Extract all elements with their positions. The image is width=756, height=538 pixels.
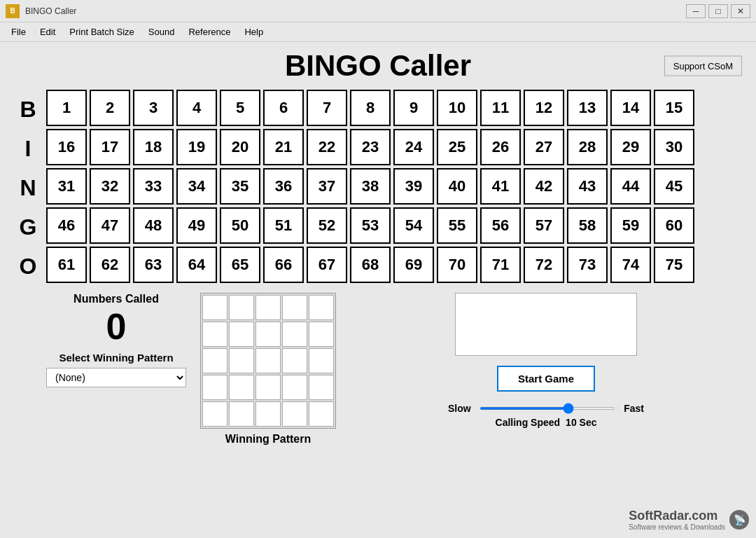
- bingo-cell-29[interactable]: 29: [610, 129, 651, 165]
- bingo-cell-25[interactable]: 25: [437, 129, 477, 165]
- bingo-cell-47[interactable]: 47: [90, 207, 130, 244]
- pattern-cell-17[interactable]: [255, 375, 281, 400]
- bingo-cell-73[interactable]: 73: [567, 247, 608, 283]
- bingo-cell-59[interactable]: 59: [610, 207, 651, 244]
- bingo-cell-40[interactable]: 40: [437, 168, 477, 205]
- bingo-cell-55[interactable]: 55: [437, 207, 477, 244]
- bingo-cell-66[interactable]: 66: [263, 247, 304, 283]
- bingo-cell-68[interactable]: 68: [350, 247, 391, 283]
- bingo-cell-74[interactable]: 74: [610, 247, 651, 283]
- speed-slider[interactable]: [479, 407, 616, 410]
- pattern-cell-7[interactable]: [255, 322, 281, 347]
- pattern-cell-9[interactable]: [309, 322, 334, 347]
- pattern-cell-6[interactable]: [229, 322, 254, 347]
- bingo-cell-13[interactable]: 13: [567, 90, 608, 126]
- pattern-cell-1[interactable]: [229, 295, 254, 320]
- start-game-button[interactable]: Start Game: [497, 366, 595, 392]
- pattern-cell-18[interactable]: [282, 375, 307, 400]
- bingo-cell-10[interactable]: 10: [437, 90, 477, 126]
- bingo-cell-23[interactable]: 23: [350, 129, 391, 165]
- support-button[interactable]: Support CSoM: [664, 56, 742, 76]
- bingo-cell-49[interactable]: 49: [176, 207, 217, 244]
- bingo-cell-71[interactable]: 71: [480, 247, 521, 283]
- bingo-cell-75[interactable]: 75: [654, 247, 694, 283]
- pattern-cell-22[interactable]: [255, 401, 281, 427]
- bingo-cell-53[interactable]: 53: [350, 207, 391, 244]
- bingo-cell-34[interactable]: 34: [176, 168, 217, 205]
- bingo-cell-1[interactable]: 1: [46, 90, 87, 126]
- close-button[interactable]: ✕: [731, 4, 750, 18]
- bingo-cell-22[interactable]: 22: [307, 129, 347, 165]
- bingo-cell-52[interactable]: 52: [307, 207, 347, 244]
- bingo-cell-58[interactable]: 58: [567, 207, 608, 244]
- bingo-cell-46[interactable]: 46: [46, 207, 87, 244]
- bingo-cell-27[interactable]: 27: [524, 129, 564, 165]
- bingo-cell-37[interactable]: 37: [307, 168, 347, 205]
- pattern-cell-24[interactable]: [309, 401, 334, 427]
- pattern-cell-19[interactable]: [309, 375, 334, 400]
- pattern-cell-20[interactable]: [202, 401, 227, 427]
- bingo-cell-42[interactable]: 42: [524, 168, 564, 205]
- bingo-cell-15[interactable]: 15: [654, 90, 694, 126]
- bingo-cell-44[interactable]: 44: [610, 168, 651, 205]
- bingo-cell-11[interactable]: 11: [480, 90, 521, 126]
- bingo-cell-12[interactable]: 12: [524, 90, 564, 126]
- bingo-cell-45[interactable]: 45: [654, 168, 694, 205]
- bingo-cell-63[interactable]: 63: [133, 247, 174, 283]
- pattern-cell-14[interactable]: [309, 348, 334, 373]
- bingo-cell-31[interactable]: 31: [46, 168, 87, 205]
- bingo-cell-39[interactable]: 39: [393, 168, 434, 205]
- pattern-cell-12[interactable]: [255, 348, 281, 373]
- bingo-cell-8[interactable]: 8: [350, 90, 391, 126]
- menu-reference[interactable]: Reference: [183, 24, 236, 40]
- bingo-cell-70[interactable]: 70: [437, 247, 477, 283]
- bingo-cell-5[interactable]: 5: [220, 90, 260, 126]
- bingo-cell-43[interactable]: 43: [567, 168, 608, 205]
- bingo-cell-4[interactable]: 4: [176, 90, 217, 126]
- bingo-cell-21[interactable]: 21: [263, 129, 304, 165]
- bingo-cell-9[interactable]: 9: [393, 90, 434, 126]
- bingo-cell-7[interactable]: 7: [307, 90, 347, 126]
- pattern-cell-5[interactable]: [202, 322, 227, 347]
- pattern-cell-16[interactable]: [229, 375, 254, 400]
- menu-help[interactable]: Help: [239, 24, 269, 40]
- bingo-cell-62[interactable]: 62: [90, 247, 130, 283]
- bingo-cell-61[interactable]: 61: [46, 247, 87, 283]
- bingo-cell-17[interactable]: 17: [90, 129, 130, 165]
- bingo-cell-60[interactable]: 60: [654, 207, 694, 244]
- minimize-button[interactable]: ─: [686, 4, 706, 18]
- bingo-cell-19[interactable]: 19: [176, 129, 217, 165]
- pattern-cell-4[interactable]: [309, 295, 334, 320]
- pattern-cell-2[interactable]: [255, 295, 281, 320]
- pattern-cell-21[interactable]: [229, 401, 254, 427]
- bingo-cell-56[interactable]: 56: [480, 207, 521, 244]
- bingo-cell-38[interactable]: 38: [350, 168, 391, 205]
- pattern-cell-10[interactable]: [202, 348, 227, 373]
- bingo-cell-33[interactable]: 33: [133, 168, 174, 205]
- bingo-cell-36[interactable]: 36: [263, 168, 304, 205]
- pattern-cell-0[interactable]: [202, 295, 227, 320]
- bingo-cell-2[interactable]: 2: [90, 90, 130, 126]
- bingo-cell-35[interactable]: 35: [220, 168, 260, 205]
- bingo-cell-69[interactable]: 69: [393, 247, 434, 283]
- maximize-button[interactable]: □: [708, 4, 728, 18]
- bingo-cell-32[interactable]: 32: [90, 168, 130, 205]
- menu-file[interactable]: File: [6, 24, 31, 40]
- bingo-cell-3[interactable]: 3: [133, 90, 174, 126]
- bingo-cell-26[interactable]: 26: [480, 129, 521, 165]
- bingo-cell-30[interactable]: 30: [654, 129, 694, 165]
- bingo-cell-65[interactable]: 65: [220, 247, 260, 283]
- pattern-cell-8[interactable]: [282, 322, 307, 347]
- menu-sound[interactable]: Sound: [143, 24, 181, 40]
- bingo-cell-28[interactable]: 28: [567, 129, 608, 165]
- pattern-dropdown[interactable]: (None)Any LineFull HouseFour CornersT Sh…: [46, 368, 186, 387]
- pattern-cell-13[interactable]: [282, 348, 307, 373]
- bingo-cell-64[interactable]: 64: [176, 247, 217, 283]
- bingo-cell-48[interactable]: 48: [133, 207, 174, 244]
- menu-edit[interactable]: Edit: [34, 24, 61, 40]
- bingo-cell-67[interactable]: 67: [307, 247, 347, 283]
- bingo-cell-16[interactable]: 16: [46, 129, 87, 165]
- bingo-cell-24[interactable]: 24: [393, 129, 434, 165]
- pattern-cell-23[interactable]: [282, 401, 307, 427]
- pattern-cell-3[interactable]: [282, 295, 307, 320]
